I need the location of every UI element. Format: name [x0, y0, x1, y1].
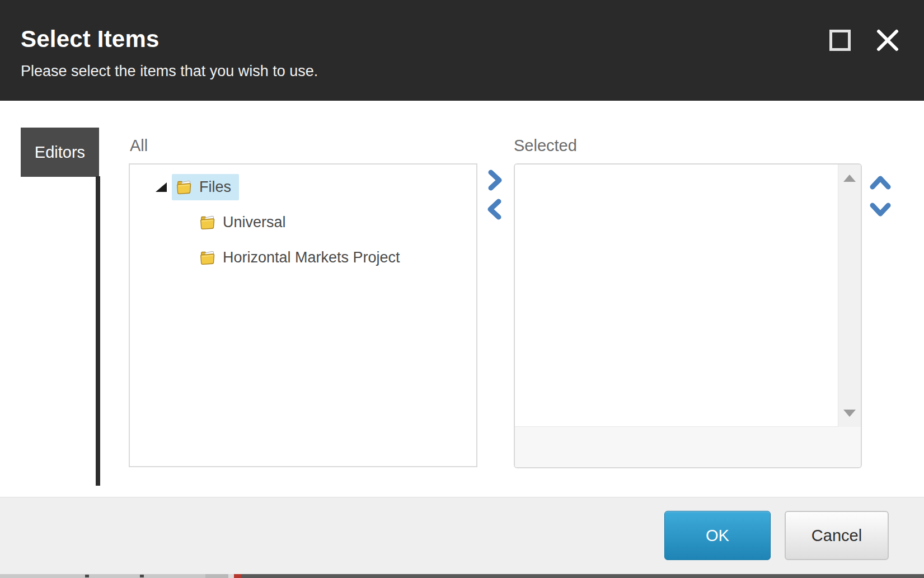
move-up-button[interactable]: [870, 171, 890, 192]
tree-node-label: Files: [199, 178, 231, 196]
background-artifact: [140, 575, 144, 577]
tree-node-horizontal-markets-project[interactable]: Horizontal Markets Project: [200, 241, 476, 274]
selected-panel: [514, 163, 862, 468]
background-strip-segment: [205, 574, 228, 578]
tab-editors[interactable]: Editors: [21, 128, 99, 177]
close-icon: [875, 28, 900, 53]
expand-caret-icon[interactable]: [156, 182, 167, 192]
tree-node-universal[interactable]: Universal: [200, 205, 476, 239]
scroll-up-icon[interactable]: [843, 175, 856, 182]
tab-editors-label: Editors: [35, 143, 85, 162]
scroll-down-icon[interactable]: [843, 410, 856, 417]
dialog-footer: OK Cancel: [0, 497, 924, 574]
ok-button[interactable]: OK: [664, 511, 771, 560]
all-panel-label: All: [130, 137, 148, 155]
maximize-icon: [829, 30, 851, 51]
move-down-button[interactable]: [870, 199, 890, 220]
tree-node-label: Horizontal Markets Project: [223, 249, 400, 266]
move-right-button[interactable]: [485, 170, 505, 191]
items-tree: Files Universal Horizontal Markets Proje…: [130, 165, 476, 466]
folder-icon: [200, 215, 216, 230]
selected-scrollbar[interactable]: [838, 165, 861, 427]
maximize-button[interactable]: [828, 28, 852, 53]
selected-panel-label: Selected: [514, 137, 577, 155]
all-panel: Files Universal Horizontal Markets Proje…: [129, 163, 477, 467]
background-artifact: [85, 575, 89, 577]
dialog-subtitle: Please select the items that you wish to…: [21, 63, 318, 80]
chevron-left-icon: [485, 199, 505, 220]
background-strip-segment: [228, 574, 234, 578]
background-red-accent: [234, 574, 241, 578]
tree-node-files-selection[interactable]: Files: [172, 174, 239, 200]
move-left-button[interactable]: [485, 199, 505, 220]
chevron-up-icon: [870, 173, 891, 190]
folder-icon: [176, 180, 193, 195]
folder-icon: [200, 250, 216, 265]
cancel-button[interactable]: Cancel: [785, 511, 889, 560]
chevron-down-icon: [870, 201, 891, 218]
selected-list[interactable]: [515, 165, 838, 427]
chevron-right-icon: [485, 170, 505, 191]
tree-node-label: Universal: [223, 214, 286, 231]
tab-indicator-bar: [96, 176, 100, 486]
background-scrollbar-strip: [0, 574, 205, 578]
tree-node-files[interactable]: Files: [156, 174, 476, 200]
dialog-header: Select Items Please select the items tha…: [0, 0, 924, 101]
background-dark-bar: [241, 574, 924, 578]
close-button[interactable]: [875, 28, 900, 53]
background-page-sliver: [0, 574, 924, 578]
dialog-title: Select Items: [21, 26, 160, 53]
selected-panel-footer: [515, 426, 861, 467]
